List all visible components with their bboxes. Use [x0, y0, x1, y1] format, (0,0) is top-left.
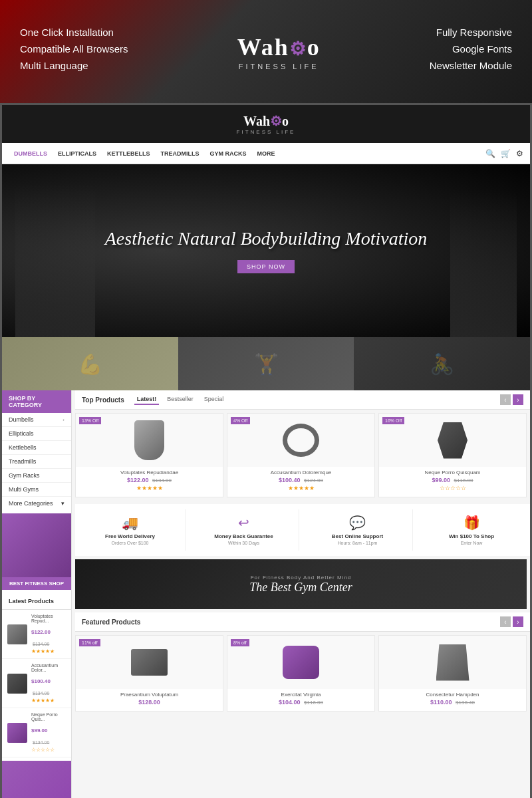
nav-treadmills[interactable]: TREADMILLS — [156, 150, 205, 157]
banner-center: Wah⚙o FITNESS LIFE — [237, 33, 321, 70]
feature-support: 💬 Best Online Support Hours: 8am - 11pm — [303, 509, 413, 551]
featured-old-price-2: $138.40 — [456, 700, 475, 706]
product-price-2: $99.00 $116.00 — [379, 477, 526, 483]
chevron-right-icon: › — [63, 417, 65, 423]
feature-support-title: Best Online Support — [332, 533, 383, 539]
products-area: Top Products Latest! Bestseller Special … — [72, 390, 530, 798]
latest-item-old-price-2: $134.00 — [33, 740, 49, 745]
cat-img-3[interactable]: 🚴 — [354, 337, 530, 390]
products-prev-button[interactable]: ‹ — [500, 394, 511, 405]
product-old-price-0: $134.00 — [152, 477, 172, 483]
sidebar-item-kettlebells[interactable]: Kettlebells — [2, 441, 71, 455]
cart-icon[interactable]: 🛒 — [501, 149, 511, 158]
latest-item-name-1: Accusantium Dolor... — [31, 663, 66, 672]
delivery-icon: 🚚 — [122, 515, 138, 531]
top-products-title: Top Products — [82, 396, 124, 404]
latest-item-0[interactable]: Voluptates Repud... $122.00 $134.00 ★★★★… — [2, 610, 71, 659]
tab-latest[interactable]: Latest! — [134, 394, 160, 405]
featured-name-2: Consectetur Hampden — [379, 689, 526, 699]
featured-img-1 — [227, 636, 374, 689]
feature-delivery: 🚚 Free World Delivery Orders Over $100 — [75, 509, 186, 551]
latest-item-name-2: Neque Porro Quis... — [31, 712, 66, 722]
latest-item-2[interactable]: Neque Porro Quis... $99.00 $134.00 ☆☆☆☆☆ — [2, 708, 71, 757]
cat-img-1[interactable]: 💪 — [2, 337, 178, 390]
gym-center-banner: For Fitness Body And Better Mind The Bes… — [75, 559, 527, 609]
latest-item-stars-2: ☆☆☆☆☆ — [31, 747, 66, 753]
sidebar-item-ellipticals[interactable]: Ellipticals — [2, 427, 71, 441]
latest-products-title: Latest Products — [2, 593, 71, 610]
feature-win: 🎁 Win $100 To Shop Enter Now — [416, 509, 527, 551]
sidebar-more-categories[interactable]: More Categories ▾ — [2, 497, 71, 510]
featured-price-2: $110.00 $138.40 — [379, 699, 526, 706]
hero-section: Aesthetic Natural Bodybuilding Motivatio… — [2, 164, 530, 337]
sidebar-item-dumbells[interactable]: Dumbells › — [2, 413, 71, 427]
latest-item-1[interactable]: Accusantium Dolor... $100.40 $134.00 ★★★… — [2, 659, 71, 708]
feature-newsletter: Newsletter Module — [430, 60, 512, 71]
feature-fonts: Google Fonts — [430, 43, 512, 55]
product-badge-0: 13% Off — [79, 417, 101, 424]
sidebar-bicycle-banner: BICYCLE FITNESS 2018 — [2, 761, 71, 798]
store-header: Wah⚙o FITNESS LIFE — [2, 105, 530, 143]
nav-more[interactable]: MORE — [252, 150, 281, 157]
nav-ellipticals[interactable]: ELLIPTICALS — [53, 150, 102, 157]
cat-img-2[interactable]: 🏋️ — [178, 337, 354, 390]
latest-item-price-0: $122.00 — [31, 629, 51, 635]
banner-left: One Click Installation Compatible All Br… — [20, 27, 128, 76]
shop-now-button[interactable]: SHOP NOW — [237, 260, 295, 273]
nav-gym-racks[interactable]: GYM RACKS — [205, 150, 252, 157]
feature-win-desc: Enter Now — [461, 541, 483, 545]
sidebar-banner-label: BEST FITNESS SHOP — [2, 577, 71, 590]
top-products-header: Top Products Latest! Bestseller Special … — [75, 390, 530, 410]
settings-icon[interactable]: ⚙ — [516, 149, 523, 158]
sidebar-item-gym-racks[interactable]: Gym Racks — [2, 469, 71, 483]
featured-prev-button[interactable]: ‹ — [500, 616, 511, 627]
store-brand-tag: FITNESS LIFE — [237, 129, 296, 135]
product-card-1[interactable]: 4% Off Accusantium Doloremque $100.40 $1… — [227, 413, 375, 497]
feature-compatible: Compatible All Browsers — [20, 43, 128, 55]
moneyback-icon: ↩ — [238, 515, 249, 531]
store-brand-name: Wah⚙o — [243, 113, 289, 129]
featured-name-0: Praesantium Voluptatum — [76, 689, 223, 699]
product-card-0[interactable]: 13% Off Voluptates Repudiandae $122.00 $… — [75, 413, 223, 497]
chevron-down-icon: ▾ — [61, 500, 65, 507]
product-name-2: Neque Porro Quisquam — [379, 467, 526, 477]
featured-badge-1: 8% off — [231, 639, 249, 646]
featured-price-1: $104.00 $116.00 — [227, 699, 374, 706]
tab-special[interactable]: Special — [201, 394, 227, 405]
product-stars-0: ★★★★★ — [76, 485, 223, 491]
nav-kettlebells[interactable]: KETTLEBELLS — [102, 150, 156, 157]
featured-products-title: Featured Products — [82, 618, 140, 626]
latest-item-price-2: $99.00 — [31, 728, 47, 733]
gym-banner-title: The Best Gym Center — [249, 581, 352, 595]
banner-right: Fully Responsive Google Fonts Newsletter… — [430, 27, 512, 76]
nav-dumbells[interactable]: DUMBELLS — [9, 150, 53, 157]
featured-products-header: Featured Products ‹ › — [75, 612, 530, 632]
feature-delivery-title: Free World Delivery — [105, 533, 155, 539]
products-next-button[interactable]: › — [513, 394, 523, 405]
featured-next-button[interactable]: › — [513, 616, 523, 627]
featured-name-1: Exercitat Virginia — [227, 689, 374, 699]
brand-logo: Wah⚙o FITNESS LIFE — [237, 33, 321, 70]
store-nav: DUMBELLS ELLIPTICALS KETTLEBELLS TREADMI… — [2, 143, 530, 164]
featured-card-0[interactable]: 11% off Praesantium Voluptatum $128.00 — [75, 635, 223, 712]
featured-img-2 — [379, 636, 526, 689]
featured-price-0: $128.00 — [76, 699, 223, 706]
latest-item-price-1: $100.40 — [31, 678, 51, 684]
search-icon[interactable]: 🔍 — [485, 149, 495, 158]
product-old-price-1: $124.00 — [304, 477, 323, 483]
tab-bestseller[interactable]: Bestseller — [164, 394, 196, 405]
feature-one-click: One Click Installation — [20, 27, 128, 38]
product-badge-2: 16% Off — [382, 417, 404, 424]
feature-multilang: Multi Language — [20, 60, 128, 71]
featured-card-2[interactable]: Consectetur Hampden $110.00 $138.40 — [378, 635, 527, 712]
sidebar-item-treadmills[interactable]: Treadmills — [2, 455, 71, 469]
store-brand: Wah⚙o FITNESS LIFE — [15, 113, 517, 135]
sidebar-item-multi-gyms[interactable]: Multi Gyms — [2, 483, 71, 497]
latest-item-old-price-1: $134.00 — [33, 691, 49, 696]
latest-products-section: Latest Products Voluptates Repud... $122… — [2, 593, 71, 757]
product-card-2[interactable]: 16% Off Neque Porro Quisquam $99.00 $116… — [378, 413, 527, 497]
support-icon: 💬 — [349, 515, 366, 531]
featured-card-1[interactable]: 8% off Exercitat Virginia $104.00 $116.0… — [227, 635, 375, 712]
latest-item-old-price-0: $134.00 — [33, 642, 49, 646]
product-name-1: Accusantium Doloremque — [227, 467, 374, 477]
